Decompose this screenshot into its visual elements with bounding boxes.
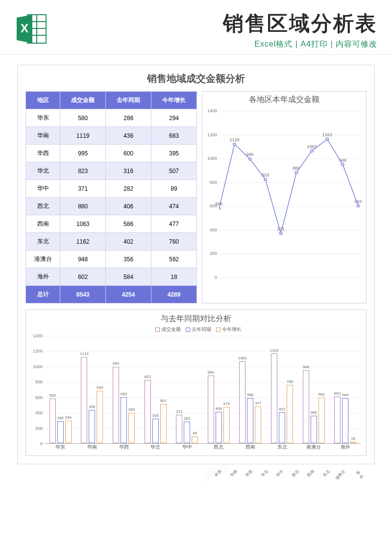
table-footer-cell: 4289 [151,286,197,303]
y-axis-tick: 1400 [204,108,217,113]
template-title: 销售区域分析表 [58,10,377,37]
bar-chart-title: 与去年同期对比分析 [31,314,361,324]
bar: 760 [287,385,293,443]
bar-group: 995600395 [110,367,138,443]
svg-point-16 [357,204,360,207]
legend-item: 今年增长 [222,327,242,332]
data-label: 584 [342,393,348,397]
y-axis-tick: 800 [32,379,43,384]
x-axis-label: 华西 [245,469,254,478]
bar: 89 [192,436,198,443]
bar: 371 [176,415,182,443]
data-label: 683 [97,385,103,390]
y-axis-tick: 1000 [32,364,43,369]
table-row: 西南1063586477 [26,215,197,233]
bar-group: 1119436683 [78,357,106,443]
x-axis-label: 港澳台 [299,444,328,451]
data-table: 地区成交金额去年同期今年增长 华东580286294华南1119436683华西… [25,91,197,303]
svg-point-10 [264,178,267,181]
svg-point-15 [342,163,344,166]
data-label: 586 [247,393,253,397]
data-label: 18 [351,436,355,441]
data-label: 580 [49,393,56,398]
bar: 406 [216,412,222,443]
bar-chart: 与去年同期对比分析 成交金额去年同期今年增长 02004006008001000… [25,309,367,456]
x-axis-label: 海外 [355,469,366,480]
svg-point-12 [295,172,297,174]
x-axis-label: 东北 [268,444,296,451]
data-label: 507 [160,399,166,403]
bar: 948 [303,370,309,443]
bar: 683 [97,391,103,443]
svg-point-14 [326,138,328,140]
bar: 584 [342,398,348,443]
document-page: 销售地域成交金额分析 地区成交金额去年同期今年增长 华东580286294华南1… [17,65,375,464]
x-axis-label: 西南 [236,444,265,451]
data-label: 760 [287,379,293,384]
table-row: 海外60258418 [26,268,197,286]
bar: 1162 [271,353,277,443]
data-label: 600 [121,392,127,396]
bar: 602 [334,397,341,443]
x-axis-label: 华西 [110,444,138,451]
bar: 586 [247,398,253,443]
bar: 294 [65,421,72,443]
y-axis-tick: 1400 [32,333,43,338]
legend-item: 成交金额 [161,327,181,332]
x-axis-label: 海外 [331,444,360,451]
line-chart: 各地区本年成交金额 020040060080010001200140058011… [202,91,367,303]
bar: 1063 [239,361,245,443]
x-axis-label: 华东 [214,469,223,478]
table-row: 西北880406474 [26,198,197,215]
table-row: 华东580286294 [26,109,197,127]
bar: 880 [208,376,214,443]
data-label: 477 [255,401,261,405]
data-label: 474 [223,402,230,406]
bar: 600 [121,397,127,443]
bar: 995 [113,367,119,443]
y-axis-tick: 400 [32,410,43,415]
bar: 580 [49,399,56,443]
x-axis-label: 华北 [141,444,170,451]
data-label: 1119 [80,352,89,356]
bar: 395 [128,413,135,443]
x-axis-label: 华中 [173,444,201,451]
bar-group: 948356592 [299,370,328,443]
bar: 477 [255,406,261,443]
bar: 286 [57,421,64,443]
x-axis-label: 西北 [291,469,300,478]
x-axis-label: 华北 [260,469,269,478]
bar: 316 [152,419,159,443]
bar: 507 [160,404,167,443]
data-label: 823 [144,375,150,379]
x-axis-label: 西北 [204,444,233,451]
bar-group: 1162402760 [268,353,296,443]
line-chart-title: 各地区本年成交金额 [202,92,366,106]
table-header: 今年增长 [151,92,197,109]
table-footer-cell: 总计 [26,286,60,303]
table-header: 去年同期 [106,92,151,109]
x-axis-label: 华南 [229,469,238,478]
data-label: 371 [176,409,182,414]
bar-group: 37128289 [173,415,201,443]
y-axis-tick: 1200 [204,132,217,137]
data-label: 948 [302,365,309,369]
bar-chart-legend: 成交金额去年同期今年增长 [31,326,361,333]
bar-group: 60258418 [331,397,360,443]
data-label: 880 [208,370,214,375]
x-axis-label: 华中 [275,469,285,478]
template-header: X 销售区域分析表 Excel格式 | A4打印 | 内容可修改 [0,0,392,55]
y-axis-tick: 1200 [32,349,43,353]
bar-group: 580286294 [46,399,74,443]
y-axis-tick: 400 [204,227,217,232]
x-axis-label: 华南 [78,444,106,451]
x-axis-label: 东北 [322,469,331,478]
data-label: 995 [113,361,119,366]
svg-point-11 [280,232,282,234]
data-label: 1162 [270,348,279,353]
bar: 823 [145,380,151,443]
bar: 402 [279,412,285,443]
bar: 592 [318,398,325,443]
y-axis-tick: 600 [32,395,43,400]
y-axis-tick: 800 [204,180,217,185]
